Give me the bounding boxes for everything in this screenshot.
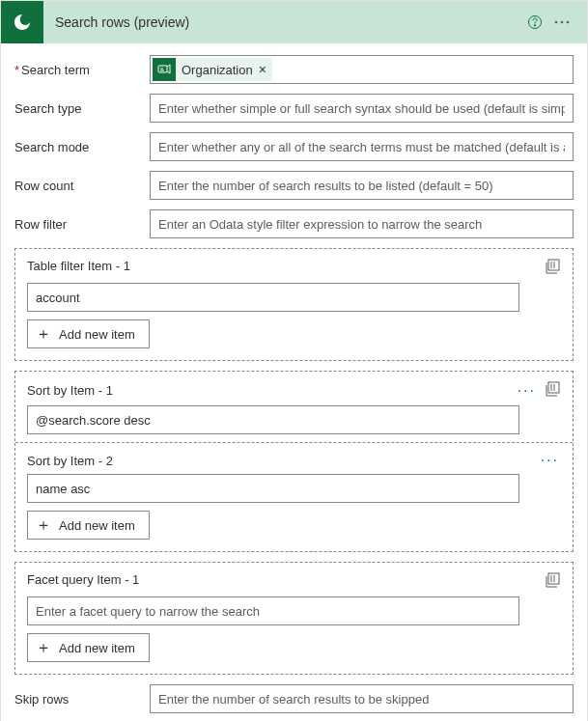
add-new-item-button[interactable]: ＋ Add new item: [27, 511, 150, 540]
token-icon: [153, 58, 176, 81]
action-card: Search rows (preview) Search term: [0, 0, 588, 721]
search-type-input[interactable]: [150, 94, 574, 123]
row-count-label: Row count: [14, 179, 150, 193]
skip-rows-label: Skip rows: [14, 692, 150, 707]
search-mode-label: Search mode: [14, 140, 150, 154]
svg-point-3: [561, 21, 564, 24]
search-mode-input[interactable]: [150, 132, 574, 161]
svg-point-1: [534, 25, 535, 26]
plus-icon: ＋: [36, 515, 51, 536]
facet-query-item-field[interactable]: [36, 604, 511, 619]
svg-point-2: [555, 21, 558, 24]
card-title: Search rows (preview): [55, 14, 521, 30]
facet-query-item-label: Facet query Item - 1: [27, 572, 139, 587]
card-body: Search term Organization × Search type: [1, 43, 587, 721]
item-menu-icon[interactable]: ···: [516, 383, 538, 399]
row-filter-field[interactable]: [158, 217, 565, 232]
facet-query-group: Facet query Item - 1 ＋ Add: [14, 562, 574, 675]
skip-rows-input[interactable]: [150, 684, 574, 713]
add-new-item-button[interactable]: ＋ Add new item: [27, 319, 150, 348]
help-icon[interactable]: [521, 9, 548, 36]
search-type-field[interactable]: [158, 101, 565, 116]
card-menu-icon[interactable]: [548, 9, 575, 36]
table-filter-item-input[interactable]: [27, 283, 519, 312]
search-term-input[interactable]: Organization ×: [150, 55, 574, 84]
item-menu-icon[interactable]: ···: [539, 453, 561, 468]
facet-query-item-input[interactable]: [27, 596, 519, 625]
card-header: Search rows (preview): [1, 1, 587, 43]
sort-by-group: Sort by Item - 1 ··· Sort: [14, 371, 574, 552]
row-filter-label: Row filter: [14, 217, 150, 232]
sort-by-item-1-input[interactable]: [27, 405, 519, 434]
svg-point-4: [567, 21, 570, 24]
row-count-input[interactable]: [150, 171, 574, 200]
search-term-label: Search term: [14, 63, 150, 77]
dynamic-content-token[interactable]: Organization ×: [153, 58, 272, 81]
table-filter-item-label: Table filter Item - 1: [27, 259, 130, 273]
divider: [15, 442, 573, 443]
plus-icon: ＋: [36, 638, 51, 658]
plus-icon: ＋: [36, 324, 51, 345]
sort-by-item-2-label: Sort by Item - 2: [27, 454, 113, 468]
skip-rows-field[interactable]: [158, 692, 565, 707]
table-filter-item-field[interactable]: [36, 291, 511, 305]
switch-array-icon[interactable]: [546, 381, 561, 400]
sort-by-item-2-input[interactable]: [27, 474, 519, 503]
row-count-field[interactable]: [158, 179, 565, 193]
dataverse-icon: [1, 1, 43, 43]
switch-array-icon[interactable]: [546, 259, 561, 277]
switch-array-icon[interactable]: [546, 572, 561, 591]
search-mode-field[interactable]: [158, 140, 565, 154]
row-filter-input[interactable]: [150, 209, 574, 238]
sort-by-item-1-field[interactable]: [36, 413, 511, 428]
add-new-item-button[interactable]: ＋ Add new item: [27, 633, 150, 662]
token-remove-icon[interactable]: ×: [259, 62, 266, 77]
token-label: Organization: [182, 63, 253, 77]
sort-by-item-1-label: Sort by Item - 1: [27, 383, 113, 398]
sort-by-item-2-field[interactable]: [36, 482, 511, 496]
table-filter-group: Table filter Item - 1 ＋ Add: [14, 248, 574, 361]
search-type-label: Search type: [14, 101, 150, 116]
